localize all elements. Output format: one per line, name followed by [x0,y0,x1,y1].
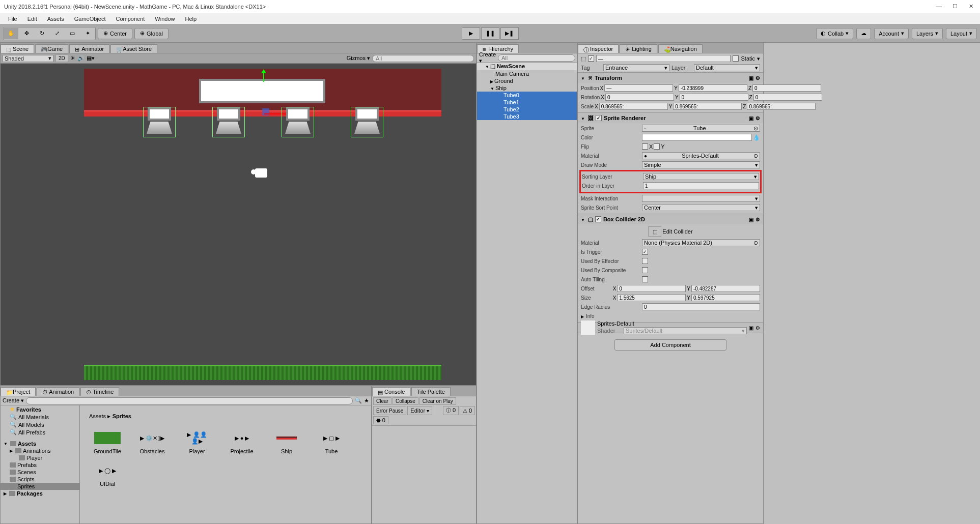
breadcrumb[interactable]: Assets ▸ Sprites [85,411,366,422]
order-in-layer-input[interactable] [643,182,759,189]
console-clear-button[interactable]: Clear [373,397,391,405]
scene-view[interactable] [1,64,476,385]
folder-scripts[interactable]: Scripts [1,476,79,483]
asset-projectile[interactable]: ▶ ● ▶Projectile [225,432,259,454]
gizmo-y-axis-icon[interactable] [263,70,264,82]
transform-tool-icon[interactable]: ✦ [80,28,95,39]
edge-radius-input[interactable] [642,303,760,310]
asset-player[interactable]: ▶ 👤👤👤▶Player [180,432,214,454]
hierarchy-search-input[interactable] [498,54,575,62]
project-search-input[interactable] [26,397,353,404]
hierarchy-tube0[interactable]: Tube0 [477,92,577,99]
asset-tube[interactable]: ▶ ▢ ▶Tube [314,432,349,454]
error-count-icon[interactable]: ⬣ 0 [373,416,388,424]
tab-tile-palette[interactable]: Tile Palette [411,387,451,396]
tab-inspector[interactable]: ⓘInspector [578,44,619,53]
rotation-z-input[interactable] [753,94,822,101]
position-y-input[interactable] [679,84,747,92]
render-mode-dropdown[interactable]: Shaded▾ [3,55,53,62]
menu-gameobject[interactable]: GameObject [70,15,110,23]
auto-tiling-checkbox[interactable] [642,276,648,282]
hierarchy-ground[interactable]: Ground [477,77,577,84]
scale-x-input[interactable] [599,103,668,110]
move-tool-icon[interactable]: ✥ [19,28,34,39]
bc-material-field[interactable]: None (Physics Material 2D)⊙ [642,239,760,246]
help-icon[interactable]: ▣ [749,217,753,222]
gear-icon[interactable]: ⚙ [755,115,760,121]
position-z-input[interactable] [752,84,821,92]
hierarchy-ship[interactable]: Ship [477,84,577,92]
collab-dropdown[interactable]: ◐ Collab ▾ [816,28,853,39]
folder-animations[interactable]: Animations [1,447,79,454]
menu-assets[interactable]: Assets [43,15,68,23]
close-icon[interactable]: ✕ [969,3,976,10]
maximize-icon[interactable]: ☐ [953,3,960,10]
tab-game[interactable]: 🎮Game [35,44,68,53]
asset-uidial[interactable]: ▶ ◯ ▶UIDial [90,464,125,487]
asset-ship[interactable]: Ship [269,432,304,454]
mask-interaction-dropdown[interactable]: ▾ [642,195,760,202]
light-icon[interactable]: ☀ [70,55,75,62]
active-checkbox[interactable]: ✓ [588,55,594,62]
shader-dropdown[interactable]: Sprites/Default▾ [624,327,747,334]
tab-navigation[interactable]: ⛳Navigation [658,44,703,53]
sprite-sort-point-dropdown[interactable]: Center▾ [642,204,760,211]
console-error-pause-button[interactable]: Error Pause [373,406,406,415]
mode-2d-toggle[interactable]: 2D [55,54,68,62]
add-component-button[interactable]: Add Component [614,339,726,351]
position-x-input[interactable] [604,84,673,92]
size-x-input[interactable] [617,294,686,301]
help-icon[interactable]: ▣ [749,75,753,81]
audio-icon[interactable]: 🔊 [77,55,85,62]
size-y-input[interactable] [691,294,760,301]
gear-icon[interactable]: ⚙ [755,325,760,331]
pause-button-icon[interactable]: ❚❚ [481,27,499,40]
scale-z-input[interactable] [747,103,816,110]
menu-component[interactable]: Component [111,15,149,23]
step-button-icon[interactable]: ▶❚ [500,27,519,40]
gizmos-dropdown[interactable]: Gizmos ▾ [347,55,370,62]
fav-all-prefabs[interactable]: 🔍All Prefabs [1,428,79,436]
box-collider-enabled-checkbox[interactable]: ✓ [595,216,601,222]
menu-window[interactable]: Window [151,15,179,23]
material-field[interactable]: ● Sprites-Default⊙ [642,152,760,159]
console-editor-dropdown[interactable]: Editor ▾ [407,406,432,415]
help-icon[interactable]: ▣ [749,325,753,331]
tab-project[interactable]: 📁Project [1,387,36,396]
asset-obstacles[interactable]: ▶ ⚙️✕▯▶Obstacles [135,432,170,454]
project-create-dropdown[interactable]: Create ▾ [3,397,24,404]
info-label[interactable]: Info [586,313,646,319]
account-dropdown[interactable]: Account ▾ [874,28,909,39]
layers-dropdown[interactable]: Layers ▾ [912,28,943,39]
space-toggle[interactable]: ⊕ Global [134,28,169,39]
gameobject-name-input[interactable] [596,55,731,62]
color-field[interactable] [642,134,752,141]
fav-all-models[interactable]: 🔍All Models [1,421,79,428]
cloud-button-icon[interactable]: ☁ [856,28,871,39]
tab-console[interactable]: ▤Console [372,387,410,396]
console-collapse-button[interactable]: Collapse [393,397,418,405]
hierarchy-tube3[interactable]: Tube3 [477,113,577,120]
tab-lighting[interactable]: ☀Lighting [620,44,657,53]
console-clear-on-play-button[interactable]: Clear on Play [419,397,456,405]
tube2-sprite[interactable] [282,107,314,137]
tab-animator[interactable]: ⊞Animator [69,44,109,53]
hierarchy-main-camera[interactable]: Main Camera [477,70,577,77]
sprite-renderer-enabled-checkbox[interactable]: ✓ [596,115,602,121]
menu-file[interactable]: File [4,15,21,23]
fx-icon[interactable]: ▦▾ [87,55,95,62]
folder-player[interactable]: Player [1,454,79,461]
used-by-composite-checkbox[interactable] [642,267,648,273]
edit-collider-button-icon[interactable]: ⬚ [648,226,661,237]
save-search-icon[interactable]: ★ [364,397,369,404]
static-checkbox[interactable] [733,55,739,62]
tab-asset-store[interactable]: 🛒Asset Store [110,44,157,53]
sprite-field[interactable]: ▫ Tube⊙ [642,125,760,132]
camera-gizmo-icon[interactable] [255,168,267,178]
scene-search-input[interactable] [372,55,474,62]
tag-dropdown[interactable]: Entrance▾ [603,64,669,71]
offset-x-input[interactable] [617,285,686,292]
hierarchy-tube2[interactable]: Tube2 [477,106,577,113]
info-count-icon[interactable]: ⓘ 0 [443,406,459,415]
layout-dropdown[interactable]: Layout ▾ [946,28,977,39]
